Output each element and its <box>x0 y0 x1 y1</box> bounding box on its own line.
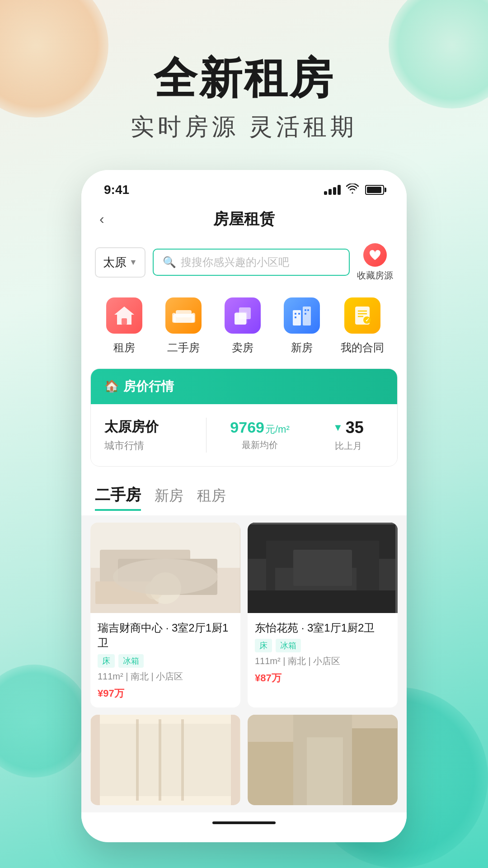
market-header-text: 房价行情 <box>123 378 174 395</box>
svg-rect-34 <box>248 590 397 613</box>
listing-tag-bed-2: 床 <box>255 639 272 652</box>
category-label-xinfang: 新房 <box>291 340 313 355</box>
listing-meta-1: 111m² | 南北 | 小店区 <box>98 670 233 683</box>
market-price-label: 最新均价 <box>216 439 304 451</box>
ershoufang-icon-wrap <box>163 295 204 336</box>
svg-rect-11 <box>295 313 296 315</box>
market-change-value: 35 <box>346 418 364 437</box>
back-button[interactable]: ‹ <box>99 211 122 227</box>
signal-bars-icon <box>324 185 341 195</box>
market-header[interactable]: 🏠 房价行情 <box>91 369 397 404</box>
wifi-icon <box>346 184 359 196</box>
listing-title-1: 瑞吉财商中心 · 3室2厅1厨1卫 <box>98 620 233 651</box>
zuifang-icon-wrap <box>104 295 145 336</box>
listing-title-2: 东怡花苑 · 3室1厅1厨2卫 <box>255 620 390 636</box>
listing-meta-2: 111m² | 南北 | 小店区 <box>255 655 390 667</box>
status-icons <box>324 184 384 196</box>
status-time: 9:41 <box>104 183 129 197</box>
tab-secondhand[interactable]: 二手房 <box>95 485 141 511</box>
secondhand-sofa-icon <box>165 297 202 334</box>
market-house-icon: 🏠 <box>104 379 119 393</box>
market-price-info: 9769 元/m² 最新均价 <box>206 419 313 451</box>
listing-image-2 <box>248 523 398 613</box>
market-change-arrow-icon: ▼ <box>333 422 343 434</box>
category-label-ershoufang: 二手房 <box>167 340 200 355</box>
svg-rect-12 <box>298 313 300 315</box>
svg-rect-3 <box>172 313 176 323</box>
tabs-row: 二手房 新房 租房 <box>81 476 407 515</box>
search-placeholder-text: 搜搜你感兴趣的小区吧 <box>181 255 289 269</box>
svg-rect-5 <box>176 310 192 317</box>
listing-card-3[interactable] <box>90 715 240 805</box>
svg-rect-27 <box>95 581 159 604</box>
svg-rect-9 <box>293 310 301 326</box>
bg-shape-teal-left <box>0 665 90 778</box>
svg-rect-15 <box>307 309 309 311</box>
market-change-display: ▼ 35 <box>313 418 384 437</box>
category-item-maifang[interactable]: 卖房 <box>222 295 263 355</box>
hero-title: 全新租房 <box>0 54 488 102</box>
category-grid: 租房 二手房 <box>81 286 407 359</box>
status-bar: 9:41 <box>81 170 407 202</box>
svg-rect-46 <box>248 742 293 805</box>
category-label-maifang: 卖房 <box>232 340 253 355</box>
favorites-button[interactable]: 收藏房源 <box>357 243 393 282</box>
category-label-hetong: 我的合同 <box>341 340 384 355</box>
tab-rent[interactable]: 租房 <box>197 486 226 509</box>
city-name: 太原 <box>103 255 127 270</box>
tab-new[interactable]: 新房 <box>155 486 183 509</box>
svg-rect-10 <box>303 307 311 326</box>
market-price-value: 9769 <box>230 419 264 436</box>
market-city-sub: 城市行情 <box>104 439 192 453</box>
sell-cube-icon <box>225 297 261 334</box>
svg-rect-4 <box>192 313 195 323</box>
nav-bar: ‹ 房屋租赁 <box>81 202 407 239</box>
svg-rect-8 <box>235 312 247 324</box>
listing-card-2[interactable]: 东怡花苑 · 3室1厅1厨2卫 床 冰箱 111m² | 南北 | 小店区 ¥8… <box>248 523 398 708</box>
home-indicator <box>81 812 407 829</box>
category-item-ershoufang[interactable]: 二手房 <box>163 295 204 355</box>
listing-card-1[interactable]: 瑞吉财商中心 · 3室2厅1厨1卫 床 冰箱 111m² | 南北 | 小店区 … <box>90 523 240 708</box>
svg-rect-14 <box>305 309 306 311</box>
category-item-hetong[interactable]: ✓ 我的合同 <box>341 295 384 355</box>
listing-tag-fridge-2: 冰箱 <box>276 639 301 652</box>
listing-price-2: ¥87万 <box>255 670 390 685</box>
hero-section: 全新租房 实时房源 灵活租期 <box>0 0 488 170</box>
city-selector[interactable]: 太原 ▼ <box>95 247 145 278</box>
category-item-zuifang[interactable]: 租房 <box>104 295 145 355</box>
market-change-label: 比上月 <box>313 440 384 452</box>
listing-price-value-2: ¥87万 <box>255 672 282 684</box>
svg-rect-43 <box>159 719 161 801</box>
listing-tag-bed-1: 床 <box>98 654 115 668</box>
svg-rect-41 <box>100 724 231 796</box>
favorites-label: 收藏房源 <box>357 269 393 282</box>
listing-tags-2: 床 冰箱 <box>255 639 390 652</box>
search-icon: 🔍 <box>163 256 176 269</box>
nav-title: 房屋租赁 <box>122 209 366 230</box>
market-change-info: ▼ 35 比上月 <box>313 418 384 452</box>
listing-card-4[interactable] <box>248 715 398 805</box>
listing-price-value-1: ¥97万 <box>98 688 124 699</box>
new-building-icon <box>284 297 320 334</box>
listing-image-4 <box>248 715 398 805</box>
market-body: 太原房价 城市行情 9769 元/m² 最新均价 ▼ 35 比上月 <box>91 404 397 466</box>
svg-rect-40 <box>231 715 240 805</box>
svg-rect-26 <box>118 559 217 595</box>
svg-rect-13 <box>295 316 296 318</box>
maifang-icon-wrap <box>222 295 263 336</box>
home-indicator-bar <box>212 821 276 824</box>
market-city-name: 太原房价 <box>104 418 192 436</box>
svg-point-29 <box>145 581 163 599</box>
contract-icon: ✓ <box>344 297 380 334</box>
listing-tag-fridge-1: 冰箱 <box>118 654 144 668</box>
svg-rect-1 <box>122 318 127 325</box>
hetong-icon-wrap: ✓ <box>342 295 383 336</box>
rent-house-icon <box>106 297 142 334</box>
favorites-heart-icon <box>363 243 387 267</box>
market-price-unit: 元/m² <box>265 423 290 436</box>
listing-info-2: 东怡花苑 · 3室1厅1厨2卫 床 冰箱 111m² | 南北 | 小店区 ¥8… <box>248 613 398 693</box>
search-box[interactable]: 🔍 搜搜你感兴趣的小区吧 <box>153 249 350 276</box>
city-dropdown-arrow-icon: ▼ <box>129 258 137 267</box>
category-item-xinfang[interactable]: 新房 <box>282 295 322 355</box>
phone-mockup: 9:41 ‹ 房屋租赁 <box>81 170 407 842</box>
